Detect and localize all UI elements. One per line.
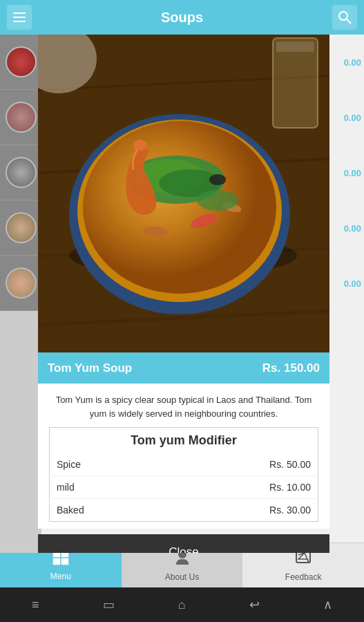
thumbnail-1	[6, 46, 37, 77]
thumbnail-5	[6, 267, 37, 299]
search-button[interactable]	[332, 5, 357, 30]
svg-rect-26	[61, 558, 68, 565]
sidebar-item-1[interactable]	[0, 35, 41, 90]
price-value-1: 0.00	[344, 57, 361, 68]
svg-rect-25	[53, 558, 60, 565]
feedback-nav-label: Feedback	[285, 572, 322, 582]
modifier-row: Spice Rs. 50.00	[50, 453, 318, 476]
modifier-price: Rs. 50.00	[164, 453, 318, 476]
menu-nav-label: Menu	[50, 572, 71, 581]
price-label-1: 0.00	[329, 35, 364, 90]
price-value-2: 0.00	[344, 113, 361, 123]
modifier-name: mild	[50, 476, 164, 499]
price-label-5: 0.00	[329, 256, 364, 311]
soup-title-bar: Tom Yum Soup Rs. 150.00	[38, 352, 329, 384]
price-value-5: 0.00	[344, 279, 361, 289]
header-title: Soups	[161, 10, 203, 26]
soup-illustration	[38, 35, 329, 352]
sidebar-item-2[interactable]	[0, 90, 41, 145]
price-label-4: 0.00	[329, 200, 364, 256]
svg-point-17	[133, 140, 147, 151]
app-header: Soups	[0, 0, 364, 35]
price-value-3: 0.00	[344, 168, 361, 178]
menu-line	[13, 12, 26, 14]
price-label-3: 0.00	[329, 145, 364, 200]
sidebar-item-4[interactable]	[0, 200, 41, 256]
svg-line-1	[347, 19, 351, 23]
search-icon	[338, 10, 352, 24]
svg-point-22	[197, 190, 238, 211]
sidebar-item-3[interactable]	[0, 145, 41, 200]
thumbnail-3	[6, 157, 37, 188]
soup-description: Tom Yum is a spicy clear soup typical in…	[38, 384, 329, 427]
system-square-icon[interactable]: ▭	[103, 597, 115, 612]
sidebar-thumbnails	[0, 35, 41, 553]
about-nav-label: About Us	[165, 572, 199, 582]
modifier-price: Rs. 30.00	[164, 499, 318, 522]
svg-rect-8	[276, 41, 314, 52]
modifier-table-header: Tom yum Modifier	[50, 428, 318, 454]
svg-point-0	[339, 12, 347, 20]
modifier-name: Baked	[50, 499, 164, 522]
soup-detail-modal: Tom Yum Soup Rs. 150.00 Tom Yum is a spi…	[38, 35, 329, 553]
modifier-section: Tom yum Modifier Spice Rs. 50.00 mild Rs…	[38, 427, 329, 529]
soup-price: Rs. 150.00	[262, 361, 320, 375]
system-up-icon[interactable]: ∧	[323, 597, 332, 612]
soup-image	[38, 35, 329, 352]
hamburger-menu-button[interactable]	[7, 5, 32, 30]
svg-point-13	[83, 121, 276, 294]
svg-point-21	[209, 174, 226, 185]
modifier-price: Rs. 10.00	[164, 476, 318, 499]
sidebar-item-5[interactable]	[0, 256, 41, 311]
price-value-4: 0.00	[344, 223, 361, 234]
main-content: 0.00 0.00 0.00 0.00 0.00	[0, 35, 364, 553]
system-back-icon[interactable]: ↩	[249, 597, 260, 612]
price-labels-column: 0.00 0.00 0.00 0.00 0.00	[329, 35, 364, 553]
price-label-2: 0.00	[329, 90, 364, 145]
system-menu-icon[interactable]: ≡	[32, 598, 39, 612]
thumbnail-4	[6, 212, 37, 243]
close-label: Close	[169, 545, 198, 553]
soup-name: Tom Yum Soup	[48, 361, 132, 375]
system-home-icon[interactable]: ⌂	[178, 598, 186, 612]
android-system-bar: ≡ ▭ ⌂ ↩ ∧	[0, 587, 364, 622]
modifier-row: Baked Rs. 30.00	[50, 499, 318, 522]
menu-line	[13, 21, 26, 22]
modifier-name: Spice	[50, 453, 164, 476]
menu-line	[13, 17, 26, 18]
close-button[interactable]: Close	[38, 534, 329, 553]
modifier-row: mild Rs. 10.00	[50, 476, 318, 499]
thumbnail-2	[6, 102, 37, 133]
modifier-table: Tom yum Modifier Spice Rs. 50.00 mild Rs…	[49, 427, 318, 522]
